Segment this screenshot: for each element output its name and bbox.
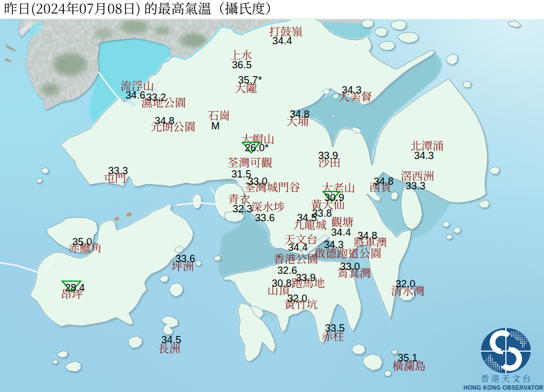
svg-text:30.8: 30.8	[272, 278, 291, 289]
svg-text:M: M	[211, 120, 220, 132]
svg-text:34.6: 34.6	[125, 90, 145, 101]
svg-text:34.8: 34.8	[290, 109, 309, 120]
svg-text:34.4: 34.4	[331, 227, 351, 238]
svg-text:28.4: 28.4	[65, 282, 85, 293]
svg-text:34.8: 34.8	[155, 115, 174, 127]
svg-text:33.2: 33.2	[146, 92, 166, 103]
svg-text:34.5: 34.5	[297, 212, 317, 223]
svg-text:33.9: 33.9	[296, 272, 315, 283]
svg-text:33.6: 33.6	[175, 253, 195, 264]
svg-text:34.8: 34.8	[374, 176, 393, 187]
svg-text:34.3: 34.3	[342, 85, 361, 96]
svg-text:30.9: 30.9	[324, 192, 344, 203]
svg-text:33.6: 33.6	[255, 212, 275, 223]
svg-text:33.0: 33.0	[340, 261, 360, 272]
svg-text:33.5: 33.5	[325, 323, 345, 334]
svg-text:34.3: 34.3	[324, 239, 343, 250]
svg-text:33.9: 33.9	[318, 150, 338, 161]
svg-text:32.0: 32.0	[396, 278, 415, 290]
svg-text:35.0: 35.0	[72, 236, 92, 248]
svg-text:33.0: 33.0	[248, 176, 267, 187]
svg-text:35.1: 35.1	[398, 352, 417, 363]
svg-text:34.4: 34.4	[272, 35, 292, 46]
svg-text:32.3: 32.3	[233, 203, 252, 214]
svg-text:32.6: 32.6	[277, 265, 297, 276]
svg-text:34.8: 34.8	[357, 230, 377, 241]
svg-text:34.3: 34.3	[414, 150, 434, 161]
svg-text:36.5: 36.5	[232, 59, 252, 71]
svg-text:35.7*: 35.7*	[238, 74, 262, 86]
svg-text:26.0*: 26.0*	[245, 142, 268, 153]
svg-text:33.3: 33.3	[108, 165, 128, 176]
svg-text:34.5: 34.5	[161, 334, 181, 346]
svg-text:32.0: 32.0	[287, 293, 307, 304]
svg-text:HONG KONG OBSERVATORY: HONG KONG OBSERVATORY	[463, 385, 544, 391]
svg-text:33.3: 33.3	[406, 180, 425, 192]
svg-text:34.4: 34.4	[288, 242, 308, 253]
